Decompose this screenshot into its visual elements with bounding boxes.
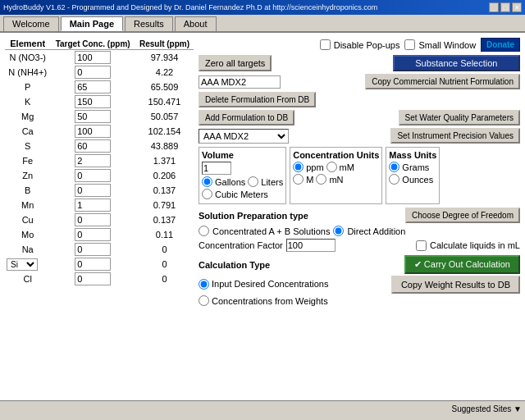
mm-radio[interactable] — [326, 162, 337, 172]
col-header-element: Element — [5, 38, 50, 50]
tab-results[interactable]: Results — [125, 16, 173, 31]
ppm-radio[interactable] — [293, 162, 304, 172]
table-row: Mo0.11 — [5, 227, 194, 242]
table-row: B0.137 — [5, 183, 194, 198]
concentrations-from-weights-radio[interactable] — [199, 295, 209, 306]
concentration-units-box: Concentration Units ppm mM M mN — [290, 147, 382, 204]
table-row: Cl0 — [5, 272, 194, 286]
table-row: N (NO3-)97.934 — [5, 50, 194, 66]
element-name: Mg — [5, 109, 50, 124]
gallons-radio[interactable] — [202, 176, 212, 187]
element-target[interactable] — [50, 257, 135, 272]
element-result: 150.471 — [135, 94, 194, 109]
small-window-row: Small Window — [404, 39, 476, 50]
table-row: Si0 — [5, 257, 194, 272]
mn-radio[interactable] — [316, 174, 326, 185]
substance-selection-button[interactable]: Substance Selection — [393, 55, 520, 71]
disable-popups-row: Disable Pop-ups — [320, 39, 400, 50]
tab-about[interactable]: About — [175, 16, 217, 31]
maximize-button[interactable]: □ — [500, 2, 510, 12]
ppm-label: ppm — [306, 162, 323, 172]
element-target[interactable] — [50, 80, 135, 94]
element-name: Fe — [5, 153, 50, 168]
concentration-factor-label: Concentration Factor — [199, 240, 283, 250]
si-dropdown[interactable]: Si — [7, 258, 38, 271]
table-row: Zn0.206 — [5, 168, 194, 183]
element-result: 97.934 — [135, 50, 194, 66]
elements-table: Element Target Conc. (ppm) Result (ppm) … — [5, 38, 194, 286]
right-panel: Disable Pop-ups Small Window Donate Zero… — [199, 38, 520, 395]
calculate-liquids-label: Calculate liquids in mL — [430, 240, 520, 250]
volume-box: Volume Gallons Liters Cubic Meters — [199, 147, 286, 204]
element-target[interactable] — [50, 212, 135, 227]
table-row: Ca102.154 — [5, 124, 194, 139]
element-target[interactable] — [50, 227, 135, 242]
element-target[interactable] — [50, 124, 135, 139]
element-result: 0.137 — [135, 183, 194, 198]
copy-commercial-button[interactable]: Copy Commercial Nutrient Formulation — [365, 74, 520, 89]
element-target[interactable] — [50, 50, 135, 66]
element-result: 0.791 — [135, 198, 194, 212]
concentrations-from-weights-label: Concentrations from Weights — [212, 296, 328, 306]
solution-prep-label: Solution Preparation type — [199, 211, 308, 221]
element-target[interactable] — [50, 139, 135, 153]
disable-popups-checkbox[interactable] — [320, 39, 331, 50]
element-result: 102.154 — [135, 124, 194, 139]
choose-degree-button[interactable]: Choose Degree of Freedom — [405, 208, 520, 223]
input-desired-concentrations-label: Input Desired Concentrations — [212, 279, 328, 289]
element-target[interactable] — [50, 198, 135, 212]
concentrated-ab-radio[interactable] — [199, 226, 209, 236]
table-row: N (NH4+)4.22 — [5, 65, 194, 80]
mass-units-box: Mass Units Grams Ounces — [386, 147, 440, 204]
small-window-checkbox[interactable] — [404, 39, 415, 50]
element-target[interactable] — [50, 109, 135, 124]
set-water-quality-button[interactable]: Set Water Quality Parameters — [399, 110, 520, 126]
paypal-donate-button[interactable]: Donate — [481, 38, 520, 52]
tab-main-page[interactable]: Main Page — [61, 16, 123, 31]
concentration-factor-input[interactable] — [286, 239, 336, 252]
table-row: Cu0.137 — [5, 212, 194, 227]
element-result: 4.22 — [135, 65, 194, 80]
element-target[interactable] — [50, 183, 135, 198]
element-target[interactable] — [50, 94, 135, 109]
volume-input[interactable] — [202, 162, 231, 175]
cubic-meters-radio[interactable] — [202, 189, 212, 199]
element-target[interactable] — [50, 168, 135, 183]
element-name: Mn — [5, 198, 50, 212]
element-target[interactable] — [50, 242, 135, 257]
ounces-radio[interactable] — [389, 174, 399, 185]
formulation-dropdown[interactable]: AAA MDX2 — [199, 129, 289, 144]
table-row: K150.471 — [5, 94, 194, 109]
copy-weight-results-button[interactable]: Copy Weight Results to DB — [391, 276, 520, 294]
minimize-button[interactable]: _ — [489, 2, 499, 12]
mn-label: mN — [329, 175, 343, 185]
calculate-liquids-checkbox[interactable] — [416, 240, 427, 251]
element-result: 0 — [135, 272, 194, 286]
element-target[interactable] — [50, 65, 135, 80]
close-button[interactable]: ✕ — [512, 2, 522, 12]
add-formulation-button[interactable]: Add Formulation to DB — [199, 110, 294, 126]
delete-formulation-button[interactable]: Delete Formulation From DB — [199, 92, 316, 107]
m-radio[interactable] — [293, 174, 304, 185]
m-label: M — [306, 175, 313, 185]
formulation-name-input[interactable] — [199, 75, 281, 89]
tab-welcome[interactable]: Welcome — [3, 16, 59, 31]
input-desired-concentrations-radio[interactable] — [199, 279, 209, 290]
element-result: 0.137 — [135, 212, 194, 227]
direct-addition-radio[interactable] — [333, 226, 344, 236]
grams-radio[interactable] — [389, 162, 399, 172]
liters-radio[interactable] — [248, 176, 258, 187]
table-row: S43.889 — [5, 139, 194, 153]
element-name: Cl — [5, 272, 50, 286]
element-result: 50.057 — [135, 109, 194, 124]
concentration-units-label: Concentration Units — [293, 150, 379, 160]
element-target[interactable] — [50, 272, 135, 286]
element-target[interactable] — [50, 153, 135, 168]
set-instrument-precision-button[interactable]: Set Instrument Precision Values — [390, 128, 520, 144]
element-result: 43.889 — [135, 139, 194, 153]
status-bar: Suggested Sites ▼ — [0, 400, 525, 417]
zero-all-targets-button[interactable]: Zero all targets — [199, 55, 272, 71]
carry-out-calculation-button[interactable]: ✔ Carry Out Calculation — [404, 255, 520, 274]
cubic-meters-label: Cubic Meters — [215, 189, 268, 199]
element-name: Ca — [5, 124, 50, 139]
